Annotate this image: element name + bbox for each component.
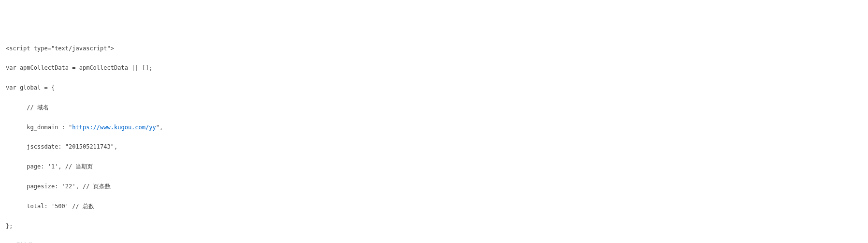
- code-line-5-prefix: kg_domain : ": [6, 124, 72, 131]
- code-line-10: };: [6, 221, 862, 231]
- code-line-9-total: total: '500' // 总数: [6, 201, 862, 211]
- kg-domain-url-link[interactable]: https://www.kugou.com/yy: [72, 124, 156, 131]
- code-line-2: var apmCollectData = apmCollectData || […: [6, 63, 862, 73]
- code-line-4-comment-domain: // 域名: [6, 103, 862, 112]
- code-line-5-suffix: ",: [156, 124, 163, 131]
- code-line-11-comment-list: // 列表数据: [6, 241, 862, 243]
- code-line-7-page: page: '1', // 当期页: [6, 162, 862, 171]
- code-line-5-kg-domain: kg_domain : "https://www.kugou.com/yy",: [6, 122, 862, 132]
- code-line-1: <script type="text/javascript">: [6, 44, 862, 53]
- code-line-3: var global = {: [6, 83, 862, 92]
- code-line-8-pagesize: pagesize: '22', // 页条数: [6, 182, 862, 191]
- code-line-6-jscssdate: jscssdate: "201505211743",: [6, 142, 862, 152]
